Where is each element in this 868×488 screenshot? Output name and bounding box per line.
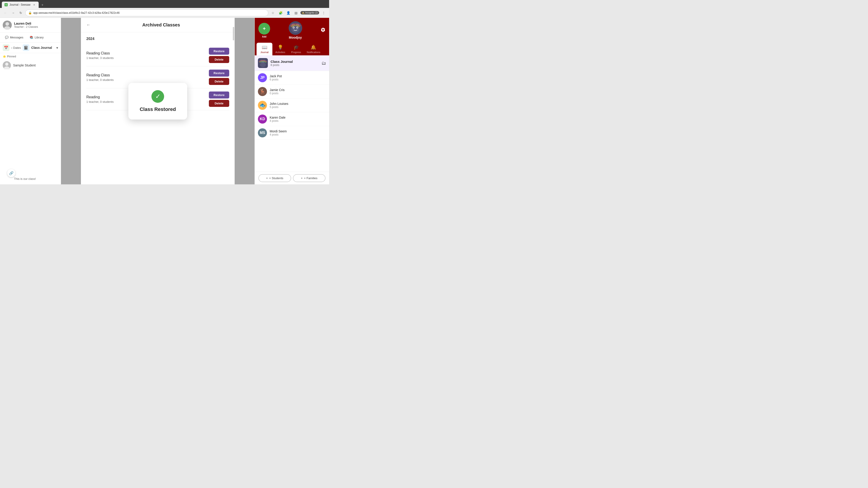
- prev-date-button[interactable]: ‹: [11, 46, 12, 50]
- bookmark-button[interactable]: ☆: [270, 10, 276, 16]
- student-list-item-karendale[interactable]: KD Karen Dale 4 posts: [255, 112, 329, 126]
- student-list-item-mordiseem[interactable]: MS Mordi Seem 4 posts: [255, 126, 329, 140]
- svg-point-4: [5, 63, 8, 66]
- student-list-item-johnlouises[interactable]: 🐟 John Louises 5 posts: [255, 98, 329, 112]
- svg-point-13: [297, 27, 298, 28]
- svg-point-1: [5, 22, 9, 26]
- student-list-item-jackpot[interactable]: JP Jack Pot 6 posts: [255, 71, 329, 85]
- class-journal-icon: 📓: [23, 44, 29, 51]
- add-button[interactable]: +: [258, 23, 270, 35]
- delete-button-1[interactable]: Delete: [209, 56, 229, 63]
- tab-notifications[interactable]: 🔔 Notifications: [304, 43, 323, 55]
- messages-icon: 💬: [5, 36, 8, 39]
- info-mordiseem: Mordi Seem 4 posts: [270, 129, 287, 136]
- navigation-bar: ← → ↻ 🔒 app.seesaw.me/#/class/class.e01b…: [0, 8, 329, 18]
- new-tab-button[interactable]: +: [39, 2, 45, 8]
- moodjoy-avatar: [289, 21, 302, 35]
- class-entry-meta-1: 1 teacher, 3 students: [86, 56, 114, 60]
- link-icon-button[interactable]: 🔗: [7, 169, 16, 177]
- tab-activities[interactable]: 💡 Activities: [272, 43, 288, 55]
- posts-johnlouises: 5 posts: [270, 105, 288, 109]
- left-sidebar: Lauren Deli Teacher - 2 Classes 💬 Messag…: [0, 18, 61, 184]
- class-entry-meta-3: 1 teacher, 0 students: [86, 100, 114, 103]
- info-karendale: Karen Dale 4 posts: [270, 116, 285, 123]
- user-name: Lauren Deli: [14, 22, 38, 25]
- add-students-button[interactable]: + + Students: [258, 174, 291, 182]
- date-nav: ‹ Dates: [11, 45, 21, 51]
- sidebar-header: Lauren Deli Teacher - 2 Classes: [0, 18, 61, 33]
- name-johnlouises: John Louises: [270, 102, 288, 105]
- name-karendale: Karen Dale: [270, 116, 285, 119]
- class-selector[interactable]: 📅 ‹ Dates 📓 Class Journal ▾: [0, 42, 61, 53]
- activities-tab-icon: 💡: [278, 44, 283, 50]
- restore-button-2[interactable]: Restore: [209, 70, 229, 76]
- moodjoy-section: Moodjoy: [289, 21, 302, 39]
- tab-close-button[interactable]: ✕: [32, 3, 36, 6]
- active-tab[interactable]: S Journal - Seesaw ✕: [2, 2, 39, 8]
- student-avatar-sample: [3, 61, 11, 69]
- notifications-tab-label: Notifications: [307, 51, 320, 54]
- right-sidebar: + Add: [254, 18, 329, 184]
- delete-button-3[interactable]: Delete: [209, 100, 229, 107]
- class-entry-actions-3: Restore Delete: [209, 92, 229, 107]
- plus-families-icon: +: [301, 176, 303, 180]
- back-button[interactable]: ←: [2, 10, 8, 16]
- avatar-mordiseem: MS: [258, 128, 267, 137]
- right-sidebar-header: + Add: [255, 18, 329, 43]
- avatar-karendale: KD: [258, 115, 267, 124]
- delete-button-2[interactable]: Delete: [209, 78, 229, 85]
- settings-icon[interactable]: [320, 27, 326, 33]
- class-entry-actions-2: Restore Delete: [209, 70, 229, 85]
- add-families-button[interactable]: + + Families: [293, 174, 326, 182]
- archived-header: ← Archived Classes: [81, 18, 235, 32]
- tab-journal[interactable]: 📖 Journal: [256, 43, 272, 55]
- bottom-text: This is our class!: [14, 177, 58, 181]
- notifications-tab-icon: 🔔: [311, 44, 316, 50]
- archived-back-button[interactable]: ←: [86, 23, 90, 27]
- pinned-label: ⭐ Pinned: [3, 55, 58, 58]
- profile-button[interactable]: 👤: [285, 10, 291, 16]
- forward-button[interactable]: →: [10, 10, 16, 16]
- menu-button[interactable]: ⋮: [320, 10, 327, 16]
- student-list-item-jamiecris[interactable]: 🦌 Jamie Cris 0 posts: [255, 85, 329, 98]
- pinned-section: ⭐ Pinned Sample Student: [0, 53, 61, 72]
- name-jackpot: Jack Pot: [270, 74, 282, 78]
- restore-button-1[interactable]: Restore: [209, 48, 229, 55]
- year-label: 2024: [86, 37, 229, 41]
- tab-progress[interactable]: 🎓 Progress: [288, 43, 304, 55]
- student-item-sample[interactable]: Sample Student: [3, 60, 58, 71]
- plus-students-icon: +: [266, 176, 268, 180]
- reload-button[interactable]: ↻: [18, 10, 24, 16]
- tab-bar: S Journal - Seesaw ✕ +: [0, 0, 329, 8]
- right-footer: + + Students + + Families: [255, 172, 329, 184]
- journal-tab-label: Journal: [260, 51, 269, 54]
- name-jamiecris: Jamie Cris: [270, 88, 285, 92]
- library-nav-item[interactable]: 📚 Library: [27, 34, 46, 40]
- add-label: Add: [262, 35, 266, 38]
- address-bar[interactable]: 🔒 app.seesaw.me/#/class/class.e01bf4c2-9…: [25, 9, 268, 16]
- success-check-icon: ✓: [151, 90, 164, 103]
- library-icon: 📚: [30, 36, 33, 39]
- sidebar-toggle-button[interactable]: ▤: [293, 10, 299, 16]
- class-journal-entry[interactable]: Class Journal 8 posts 🗂: [255, 55, 329, 71]
- restore-button-3[interactable]: Restore: [209, 92, 229, 98]
- tab-title: Journal - Seesaw: [9, 3, 31, 6]
- class-dropdown-button[interactable]: ▾: [56, 46, 58, 50]
- url-text: app.seesaw.me/#/class/class.e01bf4c2-9a2…: [33, 11, 120, 14]
- class-entry-info-3: Reading 1 teacher, 0 students: [86, 95, 114, 103]
- extensions-button[interactable]: 🧩: [277, 10, 284, 16]
- scrollbar[interactable]: [233, 27, 234, 40]
- class-name: Class Journal: [31, 46, 55, 50]
- center-content: ← Archived Classes 2024 Reading Class 1 …: [61, 18, 254, 184]
- restored-text: Class Restored: [140, 106, 176, 112]
- messages-nav-item[interactable]: 💬 Messages: [3, 34, 26, 40]
- class-journal-name: Class Journal: [271, 60, 293, 64]
- right-nav-tabs: 📖 Journal 💡 Activities 🎓 Progress 🔔 Noti…: [255, 43, 329, 55]
- class-entry-info-2: Reading Class 1 teacher, 0 students: [86, 73, 114, 82]
- class-entry-info-1: Reading Class 1 teacher, 3 students: [86, 51, 114, 60]
- top-nav: 💬 Messages 📚 Library: [0, 33, 61, 42]
- posts-jackpot: 6 posts: [270, 78, 282, 81]
- svg-point-12: [293, 27, 294, 28]
- name-mordiseem: Mordi Seem: [270, 129, 287, 133]
- info-johnlouises: John Louises 5 posts: [270, 102, 288, 109]
